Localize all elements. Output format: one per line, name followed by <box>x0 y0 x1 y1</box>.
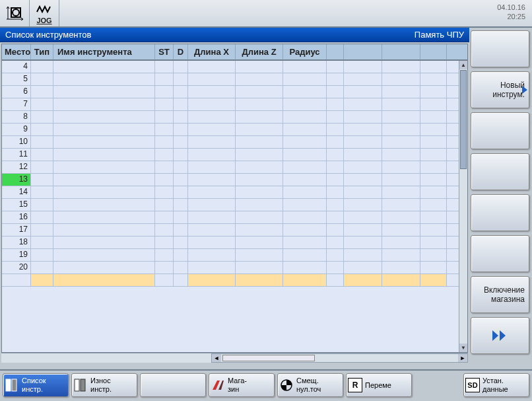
softkey-work-offset[interactable]: Смещ. нул.точ <box>277 373 343 397</box>
scroll-left-icon[interactable]: ◄ <box>212 354 221 362</box>
softkey-variable-label: Переме <box>365 381 391 390</box>
col-extra3[interactable] <box>382 44 420 59</box>
tool-list-icon <box>5 378 19 392</box>
chevron-right-icon <box>522 86 527 94</box>
col-extra2[interactable] <box>344 44 382 59</box>
tool-table: Место Тип Имя инструмента ST D Длина X Д… <box>1 44 468 353</box>
softkey-next-page[interactable] <box>471 317 529 354</box>
table-row[interactable]: 16 <box>2 211 459 224</box>
sd-icon: SD <box>465 378 480 392</box>
svg-rect-9 <box>81 379 85 391</box>
softkey-tool-list-label: Список инстр. <box>22 377 46 393</box>
table-row[interactable]: 18 <box>2 237 459 249</box>
col-st[interactable]: ST <box>155 44 174 59</box>
window-title: Список инструментов <box>5 30 92 40</box>
softkey-setup-data[interactable]: SD Устан. данные <box>463 373 529 397</box>
svg-marker-10 <box>213 381 220 390</box>
scroll-down-icon[interactable]: ▼ <box>459 344 467 352</box>
softkey-enable-magazine[interactable]: Включение магазина <box>471 276 529 313</box>
horizontal-scrollbar[interactable]: ◄ ► <box>1 353 468 363</box>
softkey-tool-wear[interactable]: Износ инстр. <box>71 373 137 397</box>
table-row[interactable]: 12 <box>2 161 459 174</box>
magazine-icon <box>211 378 225 392</box>
svg-point-3 <box>13 9 19 16</box>
table-body[interactable]: 4567891011121314151617181920 <box>2 61 459 352</box>
svg-rect-6 <box>6 379 11 391</box>
softkey-blank-5[interactable] <box>471 235 529 272</box>
table-row[interactable]: 8 <box>2 111 459 124</box>
table-row[interactable]: 6 <box>2 86 459 98</box>
scroll-right-icon[interactable]: ► <box>458 354 467 362</box>
machine-icon[interactable] <box>0 0 30 26</box>
table-row[interactable]: 5 <box>2 73 459 86</box>
softkey-new-tool[interactable]: Новый инструм. <box>471 71 529 108</box>
table-row[interactable]: 17 <box>2 224 459 237</box>
col-extra1[interactable] <box>327 44 344 59</box>
table-row[interactable]: 13 <box>2 174 459 186</box>
softkey-work-offset-label: Смещ. нул.точ <box>296 377 321 393</box>
softkey-setup-data-label: Устан. данные <box>482 377 508 393</box>
svg-marker-4 <box>492 330 498 341</box>
softkey-blank-4[interactable] <box>471 194 529 231</box>
softkey-magazine[interactable]: Мага- зин <box>209 373 275 397</box>
date-text: 04.10.16 <box>497 3 525 12</box>
hscroll-thumb[interactable] <box>222 355 315 361</box>
table-row[interactable]: 19 <box>2 249 459 262</box>
col-place[interactable]: Место <box>2 44 31 59</box>
jog-label: JOG <box>36 17 51 24</box>
tool-wear-icon <box>73 378 88 392</box>
svg-rect-7 <box>12 379 17 391</box>
table-row[interactable]: 11 <box>2 149 459 161</box>
scroll-thumb[interactable] <box>460 70 467 169</box>
table-row[interactable]: 15 <box>2 199 459 211</box>
right-softkeys: Новый инструм. Включение магазина <box>469 28 532 369</box>
table-row[interactable]: 4 <box>2 61 459 73</box>
top-bar: JOG 04.10.16 20:25 <box>0 0 532 28</box>
col-d[interactable]: D <box>174 44 188 59</box>
col-extra4[interactable] <box>420 44 447 59</box>
softkey-tool-list[interactable]: Список инстр. <box>3 373 69 397</box>
jog-icon[interactable]: JOG <box>30 0 59 26</box>
svg-marker-11 <box>218 381 224 390</box>
col-name[interactable]: Имя инструмента <box>53 44 155 59</box>
scroll-up-icon[interactable]: ▲ <box>459 61 467 69</box>
table-row[interactable]: 7 <box>2 98 459 111</box>
table-row[interactable]: 20 <box>2 262 459 274</box>
softkey-tool-wear-label: Износ инстр. <box>90 377 112 393</box>
table-row[interactable]: 14 <box>2 186 459 199</box>
table-row[interactable]: 9 <box>2 124 459 136</box>
softkey-blank-2[interactable] <box>471 112 529 149</box>
double-arrow-right-icon <box>490 329 510 342</box>
bottom-softkeys: Список инстр. Износ инстр. Мага- зин Сме… <box>0 369 532 401</box>
svg-rect-8 <box>75 379 79 391</box>
softkey-variable[interactable]: R Переме <box>346 373 412 397</box>
col-type[interactable]: Тип <box>31 44 53 59</box>
window-title-bar: Список инструментов Память ЧПУ <box>0 28 469 42</box>
softkey-new-tool-label: Новый инструм. <box>492 81 525 100</box>
table-row[interactable]: 10 <box>2 136 459 149</box>
datetime: 04.10.16 20:25 <box>497 0 532 26</box>
r-icon: R <box>348 378 362 392</box>
time-text: 20:25 <box>497 12 525 21</box>
col-radius[interactable]: Радиус <box>283 44 327 59</box>
table-header: Место Тип Имя инструмента ST D Длина X Д… <box>2 44 467 61</box>
col-lenx[interactable]: Длина X <box>188 44 236 59</box>
memory-mode: Память ЧПУ <box>415 30 464 40</box>
softkey-enable-magazine-label: Включение магазина <box>484 285 525 305</box>
softkey-blank-3[interactable] <box>471 153 529 190</box>
mode-icons: JOG <box>0 0 59 26</box>
softkey-blank-0[interactable] <box>471 30 529 67</box>
softkey-magazine-label: Мага- зин <box>228 377 247 393</box>
softkey-blank-b2[interactable] <box>140 373 206 397</box>
table-footer-row <box>2 274 459 287</box>
svg-marker-5 <box>500 330 506 341</box>
col-lenz[interactable]: Длина Z <box>236 44 283 59</box>
offset-icon <box>279 378 294 392</box>
vertical-scrollbar[interactable]: ▲ ▼ <box>459 61 467 352</box>
